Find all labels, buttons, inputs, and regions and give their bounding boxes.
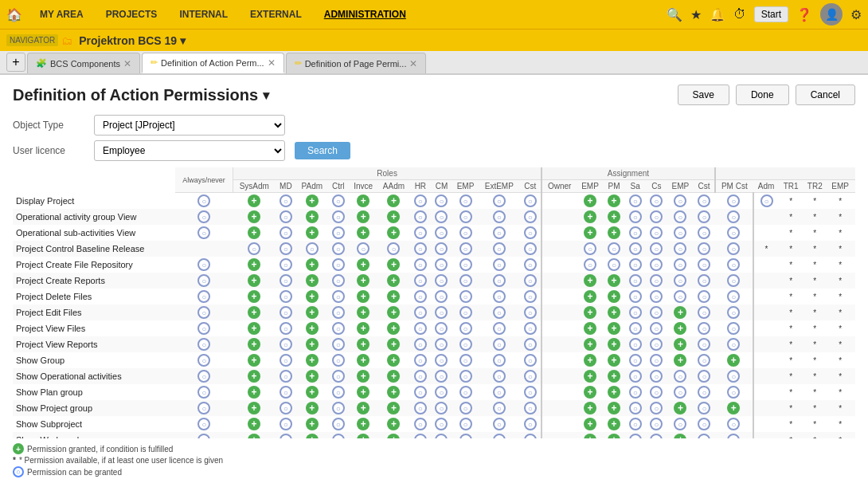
perm-grantable-icon: ○ (280, 242, 292, 255)
action-name: Project Create File Repository (13, 257, 175, 273)
perm-granted-icon: + (608, 386, 620, 399)
perm-grantable-icon: ○ (650, 322, 663, 335)
perm-grantable-icon: ○ (435, 306, 448, 319)
perm-granted-icon: + (248, 370, 260, 383)
bell-icon[interactable]: 🔔 (710, 7, 725, 22)
object-type-select[interactable]: Project [JProject] (94, 115, 285, 136)
perm-grantable-icon: ○ (435, 418, 448, 430)
perm-grantable-icon: ○ (332, 434, 345, 438)
perm-available-icon: * (813, 372, 816, 381)
tab-definition-page[interactable]: ✏ Definition of Page Permi... ✕ (286, 53, 427, 73)
table-row: Project Create Reports○+○+○++○○○○○++○○○○… (13, 273, 855, 289)
info-icon[interactable]: ⏱ (733, 7, 746, 22)
perm-grantable-icon: ○ (524, 402, 537, 414)
nav-internal[interactable]: INTERNAL (174, 9, 233, 20)
perm-granted-icon: + (608, 370, 620, 383)
perm-grantable-icon: ○ (608, 258, 620, 271)
tab-add-button[interactable]: + (6, 53, 25, 72)
legend-blue-icon: ○ (13, 466, 24, 477)
done-button[interactable]: Done (736, 84, 789, 105)
perm-grantable-icon: ○ (332, 290, 345, 303)
perm-grantable-icon: ○ (629, 370, 642, 383)
table-row: Show Project group○+○+○++○○○○○++○○+○+***… (13, 400, 855, 416)
perm-granted-icon: + (357, 210, 369, 223)
perm-grantable-icon: ○ (197, 370, 210, 383)
perm-grantable-icon: ○ (197, 210, 210, 223)
perm-grantable-icon: ○ (197, 258, 210, 271)
perm-granted-icon: + (584, 322, 596, 335)
perm-available-icon: * (813, 213, 816, 222)
perm-granted-icon: + (248, 418, 260, 430)
page-title-row: Definition of Action Permissions ▾ Save … (13, 84, 855, 105)
perm-grantable-icon: ○ (332, 242, 345, 255)
perm-grantable-icon: ○ (197, 386, 210, 399)
avatar[interactable]: 👤 (820, 3, 843, 26)
user-licence-select[interactable]: Employee (94, 140, 285, 161)
star-icon[interactable]: ★ (690, 7, 702, 22)
save-button[interactable]: Save (678, 84, 729, 105)
perm-grantable-icon: ○ (629, 290, 642, 303)
top-nav-right: 🔍 ★ 🔔 ⏱ Start ❓ 👤 ⚙ (667, 3, 862, 26)
perm-grantable-icon: ○ (629, 194, 642, 207)
perm-grantable-icon: ○ (280, 354, 292, 367)
perm-grantable-icon: ○ (674, 242, 686, 255)
table-row: Project View Reports○+○+○++○○○○○++○○+○○*… (13, 336, 855, 352)
settings-icon[interactable]: ⚙ (850, 7, 862, 22)
perm-grantable-icon: ○ (524, 370, 537, 383)
perm-granted-icon: + (306, 322, 319, 335)
perm-grantable-icon: ○ (414, 242, 427, 255)
perm-granted-icon: + (248, 210, 260, 223)
perm-grantable-icon: ○ (674, 210, 686, 223)
nav-external[interactable]: EXTERNAL (245, 9, 307, 20)
perm-grantable-icon: ○ (727, 274, 740, 287)
page-title: Definition of Action Permissions ▾ (13, 86, 269, 104)
perm-granted-icon: + (608, 306, 620, 319)
action-name: Operational activity group View (13, 209, 175, 225)
start-button[interactable]: Start (754, 6, 788, 22)
perm-grantable-icon: ○ (414, 258, 427, 271)
table-row: Show Work package○+○+○++○○○○○++○○+○○**** (13, 432, 855, 438)
perm-granted-icon: + (357, 258, 369, 271)
perm-granted-icon: + (387, 274, 400, 287)
perm-available-icon: * (789, 436, 792, 438)
perm-grantable-icon: ○ (650, 338, 663, 351)
perm-grantable-icon: ○ (459, 274, 472, 287)
cancel-button[interactable]: Cancel (796, 84, 855, 105)
nav-administration[interactable]: ADMINISTRATION (319, 9, 411, 20)
perm-granted-icon: + (674, 402, 686, 414)
perm-granted-icon: + (248, 434, 260, 438)
action-name: Show Project group (13, 400, 175, 416)
perm-grantable-icon: ○ (524, 274, 537, 287)
tab-close-action[interactable]: ✕ (268, 57, 276, 69)
perm-grantable-icon: ○ (760, 194, 773, 207)
perm-grantable-icon: ○ (280, 274, 292, 287)
tab-close-page[interactable]: ✕ (409, 58, 417, 69)
perm-available-icon: * (813, 356, 816, 365)
perm-granted-icon: + (584, 290, 596, 303)
tab-bcs-components[interactable]: 🧩 BCS Components ✕ (27, 53, 140, 73)
help-icon[interactable]: ❓ (796, 7, 812, 22)
table-row: Show Subproject○+○+○++○○○○○++○○○○○**** (13, 416, 855, 432)
perm-grantable-icon: ○ (435, 338, 448, 351)
perm-available-icon: * (789, 293, 792, 301)
search-icon[interactable]: 🔍 (667, 7, 682, 22)
perm-available-icon: * (839, 213, 842, 222)
table-row: Show Group○+○+○++○○○○○++○○+○+**** (13, 352, 855, 368)
perm-granted-icon: + (387, 290, 400, 303)
nav-projects[interactable]: PROJECTS (101, 9, 162, 20)
search-button[interactable]: Search (295, 142, 350, 159)
perm-grantable-icon: ○ (674, 370, 686, 383)
perm-grantable-icon: ○ (698, 434, 710, 438)
perm-granted-icon: + (387, 386, 400, 399)
tab-close-bcs[interactable]: ✕ (123, 58, 131, 69)
perm-granted-icon: + (674, 354, 686, 367)
perm-granted-icon: + (357, 194, 369, 207)
tab-definition-action[interactable]: ✏ Definition of Action Perm... ✕ (142, 53, 284, 73)
perm-grantable-icon: ○ (197, 306, 210, 319)
perm-granted-icon: + (608, 338, 620, 351)
perm-grantable-icon: ○ (524, 354, 537, 367)
perm-granted-icon: + (306, 338, 319, 351)
nav-my-area[interactable]: MY AREA (35, 9, 88, 20)
perm-granted-icon: + (387, 306, 400, 319)
perm-grantable-icon: ○ (493, 274, 506, 287)
